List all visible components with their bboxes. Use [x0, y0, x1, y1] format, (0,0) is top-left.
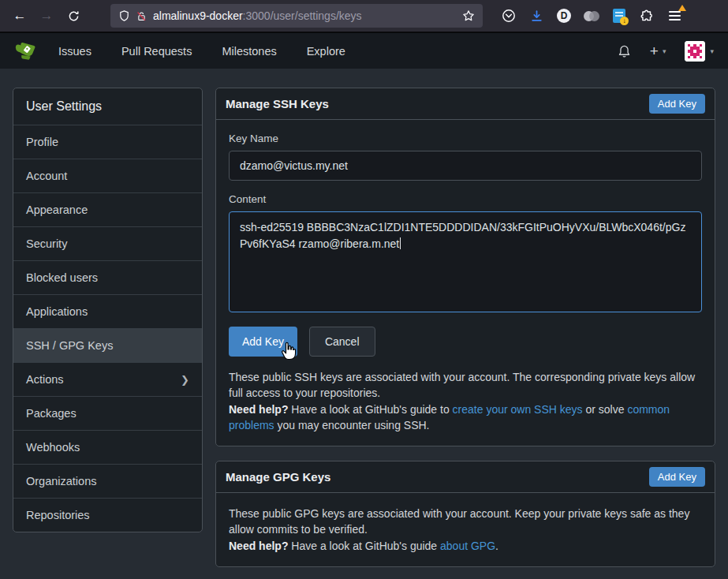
nav-item-pull-requests[interactable]: Pull Requests [121, 45, 192, 58]
address-bar[interactable]: almalinux9-docker:3000/user/settings/key… [110, 4, 483, 28]
user-menu[interactable]: ▾ [685, 41, 714, 62]
sidebar-item-repositories[interactable]: Repositories [13, 499, 202, 532]
browser-extension-icons: D ↓ [500, 7, 683, 24]
insecure-lock-icon[interactable] [136, 10, 147, 22]
about-gpg-link[interactable]: about GPG [440, 540, 495, 552]
gpg-panel-title: Manage GPG Keys [226, 470, 330, 484]
sidebar-item-actions[interactable]: Actions ❯ [13, 363, 202, 397]
translate-document-icon[interactable]: ↓ [610, 7, 628, 24]
nav-item-issues[interactable]: Issues [58, 45, 91, 58]
sidebar-item-packages[interactable]: Packages [13, 397, 202, 431]
sidebar-item-ssh-gpg-keys[interactable]: SSH / GPG Keys [13, 329, 202, 363]
avatar [685, 41, 705, 62]
create-new-menu[interactable]: + ▾ [650, 43, 666, 58]
url-host: almalinux9-docker [153, 9, 243, 22]
add-key-submit-button[interactable]: Add Key [229, 327, 297, 357]
chevron-right-icon: ❯ [181, 374, 189, 386]
app-navbar: Issues Pull Requests Milestones Explore … [0, 32, 728, 69]
sidebar-item-webhooks[interactable]: Webhooks [13, 431, 202, 465]
nav-item-milestones[interactable]: Milestones [222, 45, 276, 58]
ssh-panel-title: Manage SSH Keys [226, 97, 329, 110]
content-label: Content [229, 193, 702, 205]
notifications-bell-icon[interactable] [618, 44, 631, 58]
ssh-help-text: These public SSH keys are associated wit… [229, 369, 702, 433]
key-name-input[interactable] [229, 151, 702, 181]
manage-gpg-keys-panel: Manage GPG Keys Add Key These public GPG… [215, 461, 715, 567]
need-help-label: Need help? [229, 540, 288, 552]
url-text: almalinux9-docker:3000/user/settings/key… [153, 9, 456, 22]
extension-d-icon[interactable]: D [555, 7, 573, 24]
create-ssh-keys-link[interactable]: create your own SSH keys [453, 403, 583, 416]
bookmark-star-icon[interactable] [462, 9, 475, 22]
nav-links: Issues Pull Requests Milestones Explore [58, 45, 345, 58]
downloads-icon[interactable] [528, 7, 545, 24]
menu-hamburger-icon[interactable] [666, 7, 683, 24]
gpg-add-key-toggle-button[interactable]: Add Key [649, 467, 705, 487]
nav-item-explore[interactable]: Explore [307, 45, 345, 58]
text-caret [400, 237, 401, 249]
cancel-button[interactable]: Cancel [309, 327, 375, 357]
sidebar-title: User Settings [13, 88, 202, 125]
shield-permissions-icon[interactable] [118, 9, 130, 22]
gpg-help-text: These public GPG keys are associated wit… [229, 506, 702, 554]
browser-toolbar: ← → almalinux9-docker:3000/user/settings… [0, 0, 728, 32]
sidebar-item-applications[interactable]: Applications [13, 295, 202, 329]
chevron-down-icon: ▾ [710, 47, 714, 55]
gitea-logo-icon[interactable] [14, 39, 38, 63]
account-container-icon[interactable] [583, 7, 600, 24]
url-path: :3000/user/settings/keys [243, 9, 362, 22]
sidebar-item-account[interactable]: Account [13, 159, 202, 193]
back-icon[interactable]: ← [8, 4, 32, 28]
reload-icon[interactable] [62, 4, 85, 28]
chevron-down-icon: ▾ [663, 47, 666, 55]
forward-icon[interactable]: → [35, 4, 58, 28]
key-content-textarea[interactable]: ssh-ed25519 BBBBC3NzaC1lZDI1NTE5DDDDIDAN… [229, 211, 702, 312]
extensions-puzzle-icon[interactable] [638, 7, 655, 24]
update-badge-icon [678, 5, 686, 11]
sidebar-item-organizations[interactable]: Organizations [13, 465, 202, 499]
need-help-label: Need help? [229, 403, 288, 416]
ssh-add-key-toggle-button[interactable]: Add Key [649, 94, 705, 114]
plus-icon: + [650, 43, 659, 58]
sidebar-item-profile[interactable]: Profile [13, 125, 202, 159]
key-name-label: Key Name [229, 133, 702, 144]
settings-sidebar: User Settings Profile Account Appearance… [13, 88, 203, 532]
sidebar-item-security[interactable]: Security [13, 227, 202, 261]
pocket-icon[interactable] [500, 7, 517, 24]
sidebar-item-appearance[interactable]: Appearance [13, 193, 202, 227]
manage-ssh-keys-panel: Manage SSH Keys Add Key Key Name Content… [215, 88, 715, 446]
sidebar-item-blocked-users[interactable]: Blocked users [13, 261, 202, 295]
